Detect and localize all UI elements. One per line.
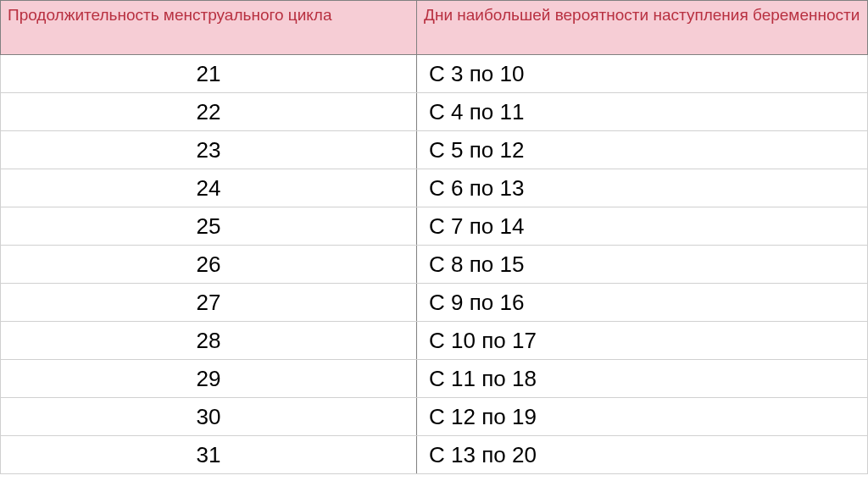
cell-days: С 8 по 15 <box>417 246 868 284</box>
table-row: 21 С 3 по 10 <box>1 55 868 93</box>
cell-cycle: 31 <box>1 436 417 474</box>
table-row: 24 С 6 по 13 <box>1 169 868 207</box>
table-row: 30 С 12 по 19 <box>1 398 868 436</box>
cell-cycle: 21 <box>1 55 417 93</box>
cell-days: С 4 по 11 <box>417 93 868 131</box>
cell-cycle: 27 <box>1 284 417 322</box>
table-row: 31 С 13 по 20 <box>1 436 868 474</box>
table-row: 26 С 8 по 15 <box>1 246 868 284</box>
cell-cycle: 25 <box>1 207 417 246</box>
cell-cycle: 23 <box>1 131 417 169</box>
cell-cycle: 26 <box>1 246 417 284</box>
cell-days: С 13 по 20 <box>417 436 868 474</box>
cell-days: С 10 по 17 <box>417 322 868 360</box>
table-row: 25 С 7 по 14 <box>1 207 868 246</box>
table-row: 23 С 5 по 12 <box>1 131 868 169</box>
cell-cycle: 30 <box>1 398 417 436</box>
cell-cycle: 22 <box>1 93 417 131</box>
cell-days: С 5 по 12 <box>417 131 868 169</box>
cell-days: С 7 по 14 <box>417 207 868 246</box>
table-row: 28 С 10 по 17 <box>1 322 868 360</box>
cell-days: С 11 по 18 <box>417 360 868 398</box>
table-row: 27 С 9 по 16 <box>1 284 868 322</box>
cell-cycle: 28 <box>1 322 417 360</box>
table-row: 29 С 11 по 18 <box>1 360 868 398</box>
fertility-table: Продолжительность менструального цикла Д… <box>0 0 868 474</box>
cell-days: С 6 по 13 <box>417 169 868 207</box>
header-cycle-length: Продолжительность менструального цикла <box>1 1 417 55</box>
cell-days: С 9 по 16 <box>417 284 868 322</box>
table-row: 22 С 4 по 11 <box>1 93 868 131</box>
cell-days: С 3 по 10 <box>417 55 868 93</box>
table-header-row: Продолжительность менструального цикла Д… <box>1 1 868 55</box>
cell-cycle: 29 <box>1 360 417 398</box>
cell-days: С 12 по 19 <box>417 398 868 436</box>
cell-cycle: 24 <box>1 169 417 207</box>
header-fertile-days: Дни наибольшей вероятности наступления б… <box>417 1 868 55</box>
